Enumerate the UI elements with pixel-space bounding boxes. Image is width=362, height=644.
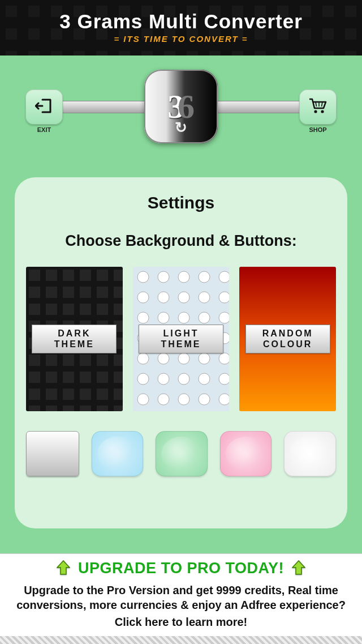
- upgrade-title: UPGRADE TO PRO TODAY!: [78, 560, 284, 577]
- refresh-icon: ↻: [175, 119, 187, 137]
- app-header: 3 Grams Multi Converter = ITS TIME TO CO…: [0, 0, 362, 56]
- panel-title: Settings: [26, 193, 336, 212]
- shop-label: SHOP: [299, 126, 337, 133]
- cart-icon: [308, 97, 327, 117]
- arrow-up-icon: [57, 560, 70, 577]
- theme-random[interactable]: RANDOM COLOUR: [239, 267, 336, 411]
- svg-point-0: [314, 110, 317, 113]
- app-title: 3 Grams Multi Converter: [0, 10, 362, 33]
- theme-random-label: RANDOM COLOUR: [245, 325, 330, 353]
- theme-row: DARK THEME LIGHT THEME RANDOM COLOUR: [26, 267, 336, 411]
- shop-button[interactable]: [299, 89, 337, 125]
- swatch-silver[interactable]: [26, 431, 79, 476]
- exit-label: EXIT: [25, 126, 63, 133]
- upgrade-link: Click here to learn more!: [11, 616, 351, 629]
- footer-texture: [0, 636, 362, 644]
- logo-content: 3 6 ↻: [144, 70, 218, 143]
- upgrade-banner[interactable]: UPGRADE TO PRO TODAY! Upgrade to the Pro…: [0, 553, 362, 644]
- app-logo[interactable]: 3 6 ↻: [144, 70, 218, 143]
- footer-title-row: UPGRADE TO PRO TODAY!: [11, 560, 351, 577]
- swatch-pink[interactable]: [220, 431, 272, 476]
- swatch-white[interactable]: [284, 431, 336, 476]
- swatch-blue[interactable]: [92, 431, 144, 476]
- svg-point-1: [321, 110, 324, 113]
- theme-light-label: LIGHT THEME: [139, 325, 223, 353]
- exit-button[interactable]: [25, 89, 63, 125]
- theme-dark-label: DARK THEME: [32, 325, 117, 353]
- panel-subtitle: Choose Background & Buttons:: [26, 232, 336, 250]
- upgrade-body: Upgrade to the Pro Version and get 9999 …: [11, 583, 351, 612]
- swatch-row: [26, 431, 336, 476]
- arrow-up-icon: [292, 560, 305, 577]
- exit-icon: [35, 97, 53, 117]
- app-subtitle: = ITS TIME TO CONVERT =: [0, 34, 362, 44]
- theme-light[interactable]: LIGHT THEME: [133, 267, 230, 411]
- settings-panel: Settings Choose Background & Buttons: DA…: [15, 177, 347, 528]
- nav-bar: EXIT 3 6 ↻ SHOP: [0, 70, 362, 155]
- swatch-green[interactable]: [156, 431, 208, 476]
- theme-dark[interactable]: DARK THEME: [26, 267, 123, 411]
